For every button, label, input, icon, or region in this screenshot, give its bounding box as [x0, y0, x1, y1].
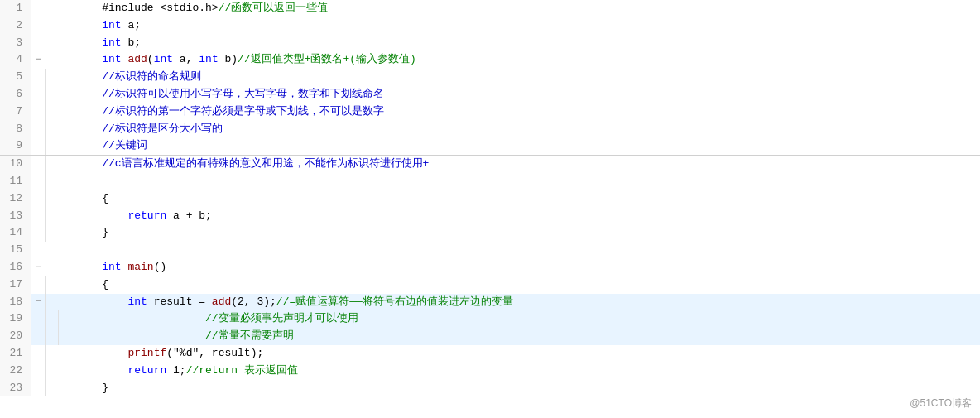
code-token: ()	[154, 259, 167, 276]
code-token: //函数可以返回一些值	[219, 0, 329, 17]
fold-indicator	[31, 69, 45, 86]
code-editor: 1 #include <stdio.h>//函数可以返回一些值2 int a;3…	[0, 0, 980, 418]
code-token: int	[154, 51, 173, 69]
code-line-content: int result = add(2, 3);//=赋值运算符——将符号右边的值…	[71, 294, 980, 311]
code-line-content: {	[71, 190, 980, 208]
code-token: int	[102, 259, 121, 276]
code-line-content: {	[71, 276, 980, 294]
code-line-content: //变量必须事先声明才可以使用	[71, 310, 980, 328]
code-token: int	[102, 17, 121, 35]
code-line-content	[71, 242, 980, 259]
indent-spacer-2	[58, 345, 71, 363]
fold-indicator	[31, 242, 45, 259]
indent-spacer-2	[58, 69, 71, 86]
code-line-content: }	[71, 224, 980, 242]
code-token	[76, 51, 102, 69]
fold-indicator[interactable]: −	[31, 259, 45, 276]
fold-indicator[interactable]: −	[31, 294, 45, 311]
code-line-content: return 1;//return 表示返回值	[71, 363, 980, 380]
fold-indicator	[31, 345, 45, 363]
line-number: 8	[0, 121, 31, 138]
fold-indicator	[31, 35, 45, 52]
code-token: //关键词	[76, 137, 147, 155]
line-number: 2	[0, 17, 31, 35]
indent-guide-1	[45, 328, 58, 345]
code-token: {	[76, 276, 108, 294]
indent-spacer-2	[58, 173, 71, 190]
code-token: //标识符的第一个字符必须是字母或下划线，不可以是数字	[76, 103, 384, 121]
fold-indicator	[31, 0, 45, 17]
fold-indicator[interactable]: −	[31, 51, 45, 69]
code-token: a,	[173, 51, 199, 69]
line-number: 17	[0, 276, 31, 294]
code-token: a + b;	[166, 208, 212, 225]
code-token: int	[127, 294, 147, 311]
line-number: 1	[0, 0, 31, 17]
fold-indicator	[31, 156, 45, 173]
code-line-content: int a;	[71, 17, 980, 35]
code-line-content	[71, 173, 980, 190]
code-token	[122, 259, 128, 276]
fold-indicator	[31, 380, 45, 397]
indent-spacer-2	[58, 242, 71, 259]
indent-spacer-2	[58, 17, 71, 35]
code-token	[76, 17, 102, 35]
indent-spacer-1	[45, 0, 58, 17]
code-line-content: //c语言标准规定的有特殊的意义和用途，不能作为标识符进行使用+	[71, 156, 980, 173]
code-token: add	[212, 294, 231, 311]
code-line-content: #include <stdio.h>//函数可以返回一些值	[71, 0, 980, 17]
line-number: 5	[0, 69, 31, 86]
line-number: 9	[0, 137, 31, 155]
fold-indicator	[31, 310, 45, 328]
code-token	[76, 35, 102, 52]
code-line-content: //标识符的第一个字符必须是字母或下划线，不可以是数字	[71, 103, 980, 121]
code-token: b)	[219, 51, 238, 69]
line-number: 21	[0, 345, 31, 363]
code-token: //常量不需要声明	[76, 328, 294, 345]
code-line-content: int add(int a, int b)//返回值类型+函数名+(输入参数值)	[71, 51, 980, 69]
code-token: //return 表示返回值	[186, 363, 298, 380]
code-token: b;	[122, 35, 141, 52]
code-line-content: return a + b;	[71, 208, 980, 225]
code-token: }	[76, 380, 108, 397]
line-number: 6	[0, 86, 31, 103]
indent-guide-1	[45, 276, 58, 294]
code-token: //标识符的命名规则	[76, 69, 201, 86]
code-token: }	[76, 224, 108, 242]
code-token: printf	[127, 345, 166, 363]
line-number: 7	[0, 103, 31, 121]
fold-indicator	[31, 276, 45, 294]
indent-guide-2	[58, 328, 71, 345]
code-token: add	[127, 51, 147, 69]
code-token	[76, 208, 127, 225]
fold-indicator	[31, 86, 45, 103]
code-line-content: //常量不需要声明	[71, 328, 980, 345]
code-token: return	[127, 363, 166, 380]
indent-guide-1	[45, 208, 58, 225]
code-token: a;	[122, 17, 141, 35]
indent-guide-1	[45, 173, 58, 190]
indent-spacer-2	[58, 51, 71, 69]
code-token	[76, 259, 102, 276]
indent-guide-1	[45, 69, 58, 86]
indent-spacer-2	[58, 276, 71, 294]
fold-indicator	[31, 363, 45, 380]
code-token: ("%d", result);	[166, 345, 263, 363]
code-token: //标识符可以使用小写字母，大写字母，数字和下划线命名	[76, 86, 384, 103]
code-line-content: //关键词	[71, 137, 980, 155]
code-line-content: //标识符的命名规则	[71, 69, 980, 86]
code-token: //变量必须事先声明才可以使用	[76, 310, 358, 328]
indent-spacer-2	[58, 103, 71, 121]
indent-spacer-2	[58, 35, 71, 52]
code-line-content: }	[71, 380, 980, 397]
indent-spacer-1	[45, 259, 58, 276]
indent-spacer-1	[45, 51, 58, 69]
fold-indicator	[31, 137, 45, 155]
code-token: int	[199, 51, 218, 69]
code-token	[76, 345, 127, 363]
fold-indicator	[31, 328, 45, 345]
indent-guide-1	[45, 380, 58, 397]
line-number: 14	[0, 224, 31, 242]
code-token: #include <stdio.h>	[76, 0, 219, 17]
indent-guide-2	[58, 310, 71, 328]
